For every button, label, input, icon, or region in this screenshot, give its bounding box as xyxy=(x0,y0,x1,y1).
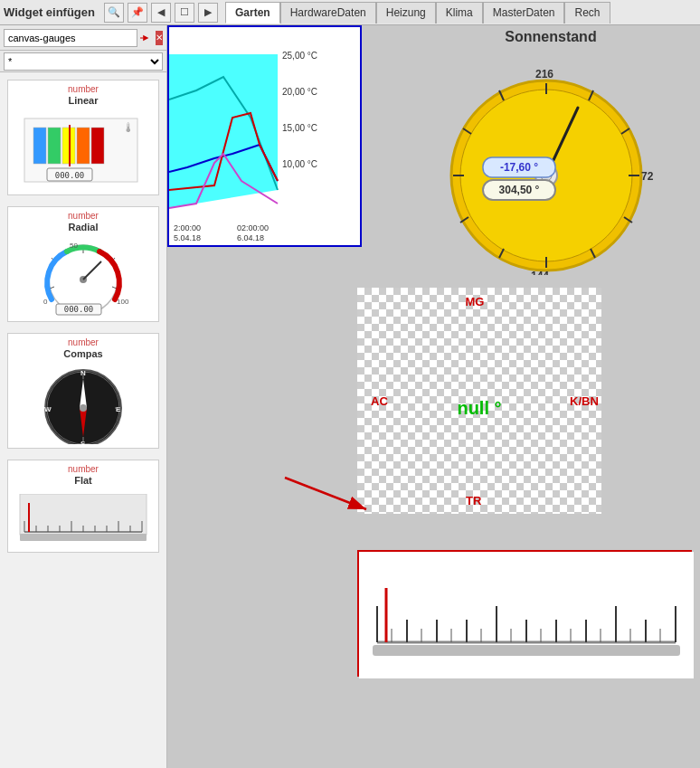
compas-name-label: Compas xyxy=(12,348,155,359)
svg-text:20,00 °C: 20,00 °C xyxy=(282,87,317,97)
radial-type-label: number xyxy=(12,211,155,222)
svg-rect-3 xyxy=(33,128,46,164)
tab-garten[interactable]: Garten xyxy=(225,2,280,24)
nav-copy-btn[interactable]: ☐ xyxy=(175,3,194,23)
svg-text:50: 50 xyxy=(70,242,78,250)
svg-rect-112 xyxy=(373,645,680,656)
svg-text:W: W xyxy=(44,405,52,413)
svg-text:🌡: 🌡 xyxy=(122,120,135,135)
flat-gauge-svg xyxy=(15,494,151,544)
toolbar-title: Widget einfügen xyxy=(4,5,95,19)
tab-heizung[interactable]: Heizung xyxy=(376,2,436,24)
linear-name-label: Linear xyxy=(12,95,155,106)
linear-preview: 000.00 🌡 xyxy=(12,109,155,191)
flat-gauge-main-svg xyxy=(359,552,694,678)
content-area: 25,00 °C 20,00 °C 15,00 °C 10,00 °C 2:00… xyxy=(167,25,700,768)
svg-text:MG: MG xyxy=(466,295,485,308)
tab-masterdaten[interactable]: MasterDaten xyxy=(483,2,565,24)
compas-type-label: number xyxy=(12,337,155,348)
svg-text:000.00: 000.00 xyxy=(55,171,85,180)
compass-main-area: MG AC K/BN TR null ° xyxy=(357,288,601,514)
linear-type-label: number xyxy=(12,84,155,95)
svg-text:10,00 °C: 10,00 °C xyxy=(282,159,317,169)
sidebar-item-flat[interactable]: number Flat xyxy=(7,460,159,553)
svg-text:TR: TR xyxy=(466,494,482,507)
compass-gauge-svg: N S E W xyxy=(33,363,133,444)
svg-text:304,50 °: 304,50 ° xyxy=(499,184,540,196)
search-icon-btn[interactable]: 🔍 xyxy=(104,3,124,23)
sidebar-filter-row: * xyxy=(0,51,166,72)
sidebar-item-linear[interactable]: number Linear 000.00 xyxy=(7,80,159,195)
sidebar-item-compas[interactable]: number Compas N S E W xyxy=(7,333,159,449)
svg-rect-7 xyxy=(91,128,104,164)
sidebar-filter-select[interactable]: * xyxy=(4,52,163,71)
sonnenstand-area: Sonnenstand xyxy=(402,25,700,270)
radial-gauge-svg: 0 50 100 000.00 xyxy=(20,239,147,316)
top-toolbar: Widget einfügen 🔍 📌 ◀ ☐ ▶ Garten Hardwar… xyxy=(0,0,700,25)
radial-name-label: Radial xyxy=(12,222,155,232)
svg-rect-4 xyxy=(48,128,61,164)
sidebar-search-input[interactable] xyxy=(4,29,137,47)
svg-rect-52 xyxy=(20,534,147,541)
svg-text:E: E xyxy=(116,405,121,413)
chart-area: 25,00 °C 20,00 °C 15,00 °C 10,00 °C 2:00… xyxy=(167,25,362,247)
compas-preview: N S E W xyxy=(12,363,155,444)
sonnenstand-label-right: 72 xyxy=(641,170,654,183)
pin-icon-btn[interactable]: 📌 xyxy=(128,3,147,23)
flat-name-label: Flat xyxy=(12,475,155,486)
compass-main-svg: MG AC K/BN TR null ° xyxy=(357,288,601,514)
svg-text:6.04.18: 6.04.18 xyxy=(237,233,264,242)
sonnenstand-label-top: 216 xyxy=(535,68,553,81)
sidebar-item-radial[interactable]: number Radial xyxy=(7,206,159,322)
svg-text:K/BN: K/BN xyxy=(570,394,599,408)
svg-text:25,00 °C: 25,00 °C xyxy=(282,51,317,61)
svg-text:02:00:00: 02:00:00 xyxy=(237,223,269,232)
svg-marker-0 xyxy=(143,34,148,40)
svg-text:000.00: 000.00 xyxy=(64,305,94,314)
nav-next-btn[interactable]: ▶ xyxy=(198,3,218,23)
chart-svg: 25,00 °C 20,00 °C 15,00 °C 10,00 °C 2:00… xyxy=(169,27,364,249)
sidebar-close-btn[interactable]: ✕ xyxy=(156,31,163,45)
svg-text:2:00:00: 2:00:00 xyxy=(174,223,201,232)
tab-hardwaredaten[interactable]: HardwareDaten xyxy=(280,2,376,24)
sidebar-search-row: ✕ xyxy=(0,25,166,51)
svg-text:-17,60 °: -17,60 ° xyxy=(500,161,538,174)
tab-bar: Garten HardwareDaten Heizung Klima Maste… xyxy=(225,2,610,24)
nav-prev-btn[interactable]: ◀ xyxy=(151,3,171,23)
tab-rech[interactable]: Rech xyxy=(564,2,610,24)
svg-rect-6 xyxy=(77,128,90,164)
svg-text:null °: null ° xyxy=(457,398,501,418)
sonnenstand-svg: 216 72 144 -17,60 ° 304,50 ° xyxy=(402,49,691,275)
svg-text:15,00 °C: 15,00 °C xyxy=(282,123,317,133)
sonnenstand-label-bottom: 144 xyxy=(531,270,549,275)
svg-text:5.04.18: 5.04.18 xyxy=(174,233,201,242)
svg-text:0: 0 xyxy=(43,298,48,306)
svg-text:AC: AC xyxy=(371,394,388,408)
svg-line-114 xyxy=(285,478,366,509)
sonnenstand-title: Sonnenstand xyxy=(402,25,700,45)
flat-gauge-area xyxy=(357,550,692,677)
search-arrow-indicator xyxy=(139,29,154,47)
sidebar: ✕ * number Linear xyxy=(0,25,167,768)
radial-preview: 0 50 100 000.00 xyxy=(12,236,155,318)
svg-point-37 xyxy=(80,404,87,412)
svg-text:100: 100 xyxy=(117,298,129,306)
flat-type-label: number xyxy=(12,464,155,475)
linear-gauge-svg: 000.00 🌡 xyxy=(20,114,147,186)
svg-rect-88 xyxy=(359,552,694,678)
main-layout: ✕ * number Linear xyxy=(0,25,700,768)
tab-klima[interactable]: Klima xyxy=(436,2,483,24)
flat-preview xyxy=(12,489,155,548)
